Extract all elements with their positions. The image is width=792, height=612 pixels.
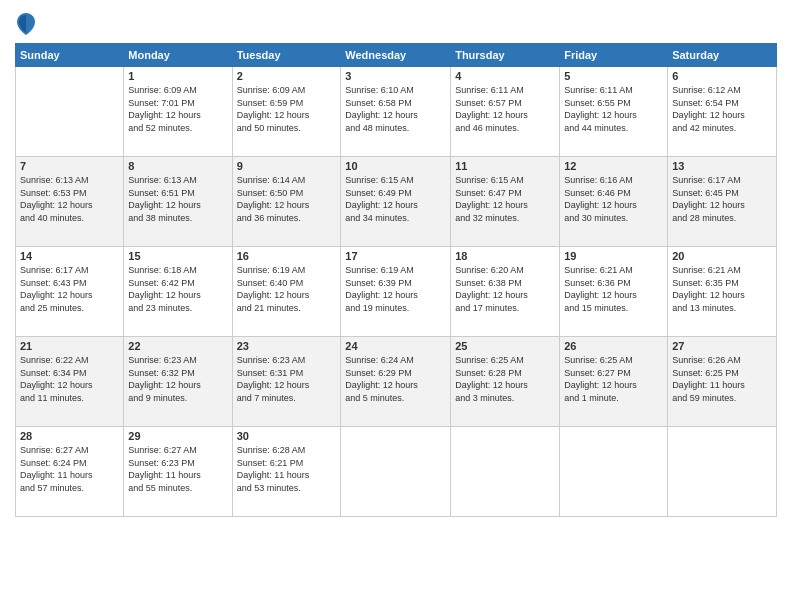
weekday-header-saturday: Saturday (668, 44, 777, 67)
day-cell: 15Sunrise: 6:18 AM Sunset: 6:42 PM Dayli… (124, 247, 232, 337)
day-cell: 11Sunrise: 6:15 AM Sunset: 6:47 PM Dayli… (451, 157, 560, 247)
day-number: 18 (455, 250, 555, 262)
day-info: Sunrise: 6:28 AM Sunset: 6:21 PM Dayligh… (237, 444, 337, 494)
day-info: Sunrise: 6:17 AM Sunset: 6:45 PM Dayligh… (672, 174, 772, 224)
day-cell: 4Sunrise: 6:11 AM Sunset: 6:57 PM Daylig… (451, 67, 560, 157)
day-number: 30 (237, 430, 337, 442)
day-info: Sunrise: 6:22 AM Sunset: 6:34 PM Dayligh… (20, 354, 119, 404)
day-cell: 27Sunrise: 6:26 AM Sunset: 6:25 PM Dayli… (668, 337, 777, 427)
day-number: 23 (237, 340, 337, 352)
day-info: Sunrise: 6:21 AM Sunset: 6:35 PM Dayligh… (672, 264, 772, 314)
day-cell: 13Sunrise: 6:17 AM Sunset: 6:45 PM Dayli… (668, 157, 777, 247)
day-info: Sunrise: 6:25 AM Sunset: 6:27 PM Dayligh… (564, 354, 663, 404)
day-number: 4 (455, 70, 555, 82)
day-number: 12 (564, 160, 663, 172)
weekday-header-sunday: Sunday (16, 44, 124, 67)
day-info: Sunrise: 6:15 AM Sunset: 6:49 PM Dayligh… (345, 174, 446, 224)
day-info: Sunrise: 6:23 AM Sunset: 6:31 PM Dayligh… (237, 354, 337, 404)
logo-icon (17, 13, 35, 35)
day-cell: 19Sunrise: 6:21 AM Sunset: 6:36 PM Dayli… (560, 247, 668, 337)
day-cell: 7Sunrise: 6:13 AM Sunset: 6:53 PM Daylig… (16, 157, 124, 247)
week-row-4: 21Sunrise: 6:22 AM Sunset: 6:34 PM Dayli… (16, 337, 777, 427)
day-number: 1 (128, 70, 227, 82)
weekday-header-thursday: Thursday (451, 44, 560, 67)
day-number: 13 (672, 160, 772, 172)
day-number: 19 (564, 250, 663, 262)
day-number: 10 (345, 160, 446, 172)
week-row-1: 1Sunrise: 6:09 AM Sunset: 7:01 PM Daylig… (16, 67, 777, 157)
day-cell: 26Sunrise: 6:25 AM Sunset: 6:27 PM Dayli… (560, 337, 668, 427)
day-number: 14 (20, 250, 119, 262)
day-number: 17 (345, 250, 446, 262)
week-row-5: 28Sunrise: 6:27 AM Sunset: 6:24 PM Dayli… (16, 427, 777, 517)
day-info: Sunrise: 6:09 AM Sunset: 6:59 PM Dayligh… (237, 84, 337, 134)
day-info: Sunrise: 6:11 AM Sunset: 6:55 PM Dayligh… (564, 84, 663, 134)
day-cell: 18Sunrise: 6:20 AM Sunset: 6:38 PM Dayli… (451, 247, 560, 337)
day-info: Sunrise: 6:11 AM Sunset: 6:57 PM Dayligh… (455, 84, 555, 134)
day-cell: 12Sunrise: 6:16 AM Sunset: 6:46 PM Dayli… (560, 157, 668, 247)
day-info: Sunrise: 6:26 AM Sunset: 6:25 PM Dayligh… (672, 354, 772, 404)
day-cell: 16Sunrise: 6:19 AM Sunset: 6:40 PM Dayli… (232, 247, 341, 337)
day-number: 28 (20, 430, 119, 442)
day-cell: 5Sunrise: 6:11 AM Sunset: 6:55 PM Daylig… (560, 67, 668, 157)
day-cell: 3Sunrise: 6:10 AM Sunset: 6:58 PM Daylig… (341, 67, 451, 157)
calendar-table: SundayMondayTuesdayWednesdayThursdayFrid… (15, 43, 777, 517)
day-cell: 2Sunrise: 6:09 AM Sunset: 6:59 PM Daylig… (232, 67, 341, 157)
day-cell: 24Sunrise: 6:24 AM Sunset: 6:29 PM Dayli… (341, 337, 451, 427)
weekday-header-wednesday: Wednesday (341, 44, 451, 67)
weekday-header-monday: Monday (124, 44, 232, 67)
day-cell: 9Sunrise: 6:14 AM Sunset: 6:50 PM Daylig… (232, 157, 341, 247)
day-number: 16 (237, 250, 337, 262)
day-cell (341, 427, 451, 517)
week-row-3: 14Sunrise: 6:17 AM Sunset: 6:43 PM Dayli… (16, 247, 777, 337)
day-number: 21 (20, 340, 119, 352)
day-info: Sunrise: 6:27 AM Sunset: 6:23 PM Dayligh… (128, 444, 227, 494)
day-cell: 14Sunrise: 6:17 AM Sunset: 6:43 PM Dayli… (16, 247, 124, 337)
day-number: 29 (128, 430, 227, 442)
day-cell: 21Sunrise: 6:22 AM Sunset: 6:34 PM Dayli… (16, 337, 124, 427)
day-cell: 8Sunrise: 6:13 AM Sunset: 6:51 PM Daylig… (124, 157, 232, 247)
day-cell (560, 427, 668, 517)
day-cell: 17Sunrise: 6:19 AM Sunset: 6:39 PM Dayli… (341, 247, 451, 337)
day-cell (16, 67, 124, 157)
day-cell (668, 427, 777, 517)
day-cell: 29Sunrise: 6:27 AM Sunset: 6:23 PM Dayli… (124, 427, 232, 517)
day-info: Sunrise: 6:24 AM Sunset: 6:29 PM Dayligh… (345, 354, 446, 404)
day-info: Sunrise: 6:12 AM Sunset: 6:54 PM Dayligh… (672, 84, 772, 134)
day-info: Sunrise: 6:19 AM Sunset: 6:39 PM Dayligh… (345, 264, 446, 314)
day-number: 27 (672, 340, 772, 352)
logo (15, 10, 35, 35)
day-info: Sunrise: 6:16 AM Sunset: 6:46 PM Dayligh… (564, 174, 663, 224)
day-number: 5 (564, 70, 663, 82)
day-info: Sunrise: 6:10 AM Sunset: 6:58 PM Dayligh… (345, 84, 446, 134)
day-info: Sunrise: 6:20 AM Sunset: 6:38 PM Dayligh… (455, 264, 555, 314)
day-number: 8 (128, 160, 227, 172)
weekday-header-friday: Friday (560, 44, 668, 67)
weekday-header-row: SundayMondayTuesdayWednesdayThursdayFrid… (16, 44, 777, 67)
day-info: Sunrise: 6:27 AM Sunset: 6:24 PM Dayligh… (20, 444, 119, 494)
day-number: 22 (128, 340, 227, 352)
day-cell: 10Sunrise: 6:15 AM Sunset: 6:49 PM Dayli… (341, 157, 451, 247)
day-cell: 20Sunrise: 6:21 AM Sunset: 6:35 PM Dayli… (668, 247, 777, 337)
day-info: Sunrise: 6:15 AM Sunset: 6:47 PM Dayligh… (455, 174, 555, 224)
day-info: Sunrise: 6:17 AM Sunset: 6:43 PM Dayligh… (20, 264, 119, 314)
day-cell: 30Sunrise: 6:28 AM Sunset: 6:21 PM Dayli… (232, 427, 341, 517)
day-info: Sunrise: 6:13 AM Sunset: 6:53 PM Dayligh… (20, 174, 119, 224)
weekday-header-tuesday: Tuesday (232, 44, 341, 67)
day-info: Sunrise: 6:09 AM Sunset: 7:01 PM Dayligh… (128, 84, 227, 134)
day-number: 3 (345, 70, 446, 82)
day-number: 6 (672, 70, 772, 82)
day-info: Sunrise: 6:23 AM Sunset: 6:32 PM Dayligh… (128, 354, 227, 404)
day-cell: 25Sunrise: 6:25 AM Sunset: 6:28 PM Dayli… (451, 337, 560, 427)
day-number: 24 (345, 340, 446, 352)
day-number: 25 (455, 340, 555, 352)
day-number: 20 (672, 250, 772, 262)
day-number: 15 (128, 250, 227, 262)
day-info: Sunrise: 6:14 AM Sunset: 6:50 PM Dayligh… (237, 174, 337, 224)
day-cell (451, 427, 560, 517)
day-cell: 6Sunrise: 6:12 AM Sunset: 6:54 PM Daylig… (668, 67, 777, 157)
calendar-page: SundayMondayTuesdayWednesdayThursdayFrid… (0, 0, 792, 612)
day-info: Sunrise: 6:18 AM Sunset: 6:42 PM Dayligh… (128, 264, 227, 314)
week-row-2: 7Sunrise: 6:13 AM Sunset: 6:53 PM Daylig… (16, 157, 777, 247)
day-number: 11 (455, 160, 555, 172)
